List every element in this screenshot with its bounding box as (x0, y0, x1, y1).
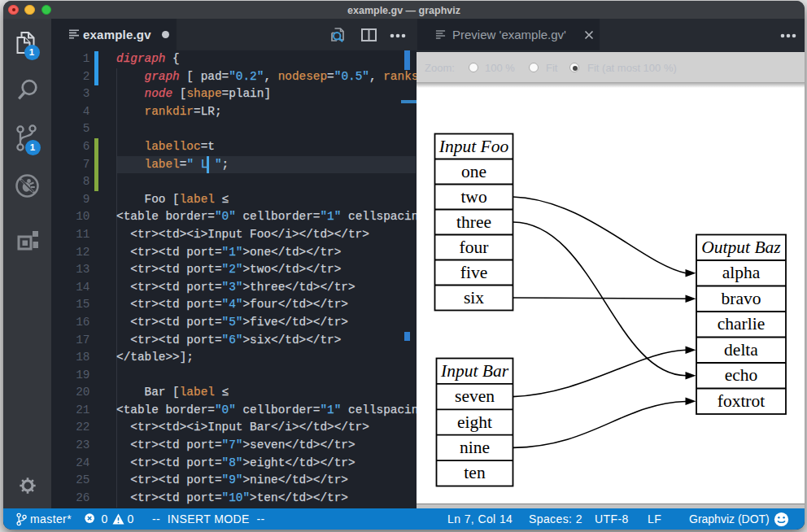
svg-text:delta: delta (724, 340, 758, 360)
svg-text:four: four (460, 238, 489, 257)
svg-text:Input Bar: Input Bar (440, 361, 509, 381)
svg-text:one: one (461, 162, 486, 181)
svg-text:six: six (464, 288, 484, 307)
svg-text:two: two (460, 187, 486, 207)
svg-text:ten: ten (464, 463, 486, 482)
svg-text:bravo: bravo (722, 289, 761, 308)
svg-text:echo: echo (725, 365, 758, 385)
svg-text:charlie: charlie (718, 314, 766, 334)
svg-text:foxtrot: foxtrot (718, 391, 766, 411)
svg-text:Output Baz: Output Baz (701, 238, 781, 257)
svg-text:seven: seven (455, 386, 495, 406)
svg-text:eight: eight (457, 412, 492, 432)
svg-text:Input Foo: Input Foo (438, 137, 509, 156)
svg-text:three: three (456, 212, 491, 232)
svg-text:nine: nine (460, 438, 490, 457)
svg-text:five: five (460, 263, 487, 282)
svg-text:alpha: alpha (722, 263, 761, 282)
